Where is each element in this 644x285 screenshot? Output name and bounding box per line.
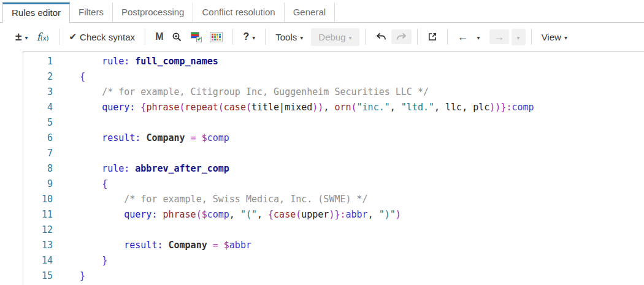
code-line[interactable]: 13 result: Company = $abbr: [23, 238, 644, 253]
view-menu-button[interactable]: View ▾: [537, 29, 572, 45]
plus-minus-icon: ±: [15, 32, 21, 42]
check-syntax-label: Check syntax: [80, 32, 135, 42]
chevron-down-icon: ▾: [477, 34, 480, 41]
line-number: 3: [23, 85, 58, 100]
debug-label: Debug: [318, 32, 345, 42]
add-remove-rule-button[interactable]: ± ▾: [11, 29, 32, 45]
code-line[interactable]: 3 /* for example, Citigroup Inc, Guggenh…: [23, 85, 644, 100]
toolbar-separator: [145, 29, 145, 45]
code-line[interactable]: 10 /* for example, Swiss Medica, Inc. (S…: [23, 192, 644, 207]
debug-menu-button[interactable]: Debug ▾: [311, 28, 359, 46]
tab-general[interactable]: General: [285, 2, 335, 22]
code-line[interactable]: 4 query: {phrase(repeat(case(title|mixed…: [23, 100, 644, 115]
zoom-search-button[interactable]: [167, 29, 186, 45]
line-number: 4: [23, 100, 58, 115]
tab-filters[interactable]: Filters: [70, 2, 113, 22]
help-button[interactable]: ? ▾: [239, 28, 259, 45]
code-text: result: Company = $abbr: [58, 238, 251, 253]
code-line[interactable]: 9 {: [23, 177, 644, 192]
check-syntax-button[interactable]: ✔ Check syntax: [65, 28, 140, 45]
code-text: [58, 115, 80, 131]
code-text: rule: full_comp_names: [58, 54, 218, 69]
check-icon: ✔: [69, 31, 77, 42]
toolbar-separator: [232, 29, 233, 45]
code-line[interactable]: 12: [23, 222, 644, 238]
code-text: query: phrase($comp, "(", {case(upper)}:…: [58, 207, 401, 222]
code-text: }: [58, 253, 107, 268]
line-number: 10: [23, 192, 58, 207]
palette-grid-icon: [210, 32, 223, 42]
code-line[interactable]: 14 }: [23, 253, 644, 268]
table-check-icon: [191, 32, 201, 42]
code-text: /* for example, Swiss Medica, Inc. (SWME…: [58, 192, 368, 207]
toolbar-separator: [447, 29, 448, 45]
code-line[interactable]: 1 rule: full_comp_names: [23, 54, 644, 69]
redo-button[interactable]: [391, 29, 412, 44]
app: Rules editorFiltersPostprocessingConflic…: [0, 0, 644, 285]
line-number: 14: [23, 253, 58, 268]
navigate-back-button[interactable]: ←: [453, 29, 473, 44]
code-line[interactable]: 5: [23, 115, 644, 131]
code-text: {: [58, 177, 107, 192]
toolbar-separator: [531, 29, 532, 45]
function-icon: f(x): [36, 31, 48, 43]
tools-menu-button[interactable]: Tools ▾: [271, 29, 307, 45]
code-line[interactable]: 15}: [23, 268, 644, 284]
line-number: 2: [23, 69, 58, 85]
chevron-down-icon: ▾: [517, 34, 520, 41]
navigate-back-menu-button[interactable]: ▾: [473, 31, 485, 44]
line-number: 11: [23, 207, 58, 222]
tab-bar: Rules editorFiltersPostprocessingConflic…: [0, 0, 644, 23]
code-text: query: {phrase(repeat(case(title|mixed))…: [58, 100, 534, 115]
undo-button[interactable]: [371, 29, 391, 44]
code-line[interactable]: 8 rule: abbrev_after_comp: [23, 161, 644, 177]
insert-function-button[interactable]: f(x): [32, 28, 53, 46]
macros-button[interactable]: M: [151, 28, 167, 45]
open-external-button[interactable]: [423, 29, 442, 45]
code-line[interactable]: 2{: [23, 69, 644, 85]
toolbar: ± ▾ f(x) ✔ Check syntax M: [0, 23, 644, 51]
chevron-down-icon: ▾: [252, 34, 255, 41]
navigate-forward-button[interactable]: →: [489, 29, 509, 44]
tab-rules-editor[interactable]: Rules editor: [2, 2, 70, 23]
toolbar-separator: [59, 29, 59, 45]
toolbar-separator: [365, 29, 366, 45]
code-line[interactable]: 7: [23, 146, 644, 161]
magnifier-icon: [172, 32, 182, 42]
code-text: [58, 146, 80, 161]
line-number: 12: [23, 222, 58, 238]
code-text: {: [58, 69, 85, 85]
code-editor[interactable]: 1 rule: full_comp_names2{3 /* for exampl…: [23, 51, 644, 285]
tools-label: Tools: [275, 32, 297, 42]
code-text: [58, 222, 80, 238]
highlight-settings-button[interactable]: [205, 29, 227, 45]
help-icon: ?: [243, 31, 249, 42]
line-number: 8: [23, 161, 58, 177]
redo-icon: [396, 32, 407, 41]
line-number: 1: [23, 54, 58, 69]
code-lines: 1 rule: full_comp_names2{3 /* for exampl…: [23, 54, 644, 284]
code-text: result: Company = $comp: [58, 131, 229, 146]
chevron-down-icon: ▾: [25, 34, 28, 41]
tab-postprocessing[interactable]: Postprocessing: [113, 2, 194, 22]
navigate-forward-menu-button[interactable]: ▾: [512, 29, 526, 45]
chevron-down-icon: ▾: [300, 34, 303, 41]
arrow-left-icon: ←: [458, 32, 469, 41]
chevron-down-icon: ▾: [564, 34, 567, 41]
code-text: }: [58, 268, 85, 284]
view-label: View: [542, 32, 561, 42]
line-number: 5: [23, 115, 58, 131]
arrow-right-icon: →: [494, 32, 505, 41]
line-number: 7: [23, 146, 58, 161]
test-rules-button[interactable]: [186, 29, 205, 45]
code-line[interactable]: 6 result: Company = $comp: [23, 131, 644, 146]
line-number: 6: [23, 131, 58, 146]
toolbar-separator: [417, 29, 418, 45]
code-line[interactable]: 11 query: phrase($comp, "(", {case(upper…: [23, 207, 644, 222]
line-number: 9: [23, 177, 58, 192]
undo-icon: [375, 32, 387, 41]
tab-conflict-resolution[interactable]: Conflict resolution: [193, 2, 284, 22]
code-text: /* for example, Citigroup Inc, Guggenhei…: [58, 85, 429, 100]
chevron-down-icon: ▾: [349, 34, 352, 41]
line-number: 15: [23, 268, 58, 284]
